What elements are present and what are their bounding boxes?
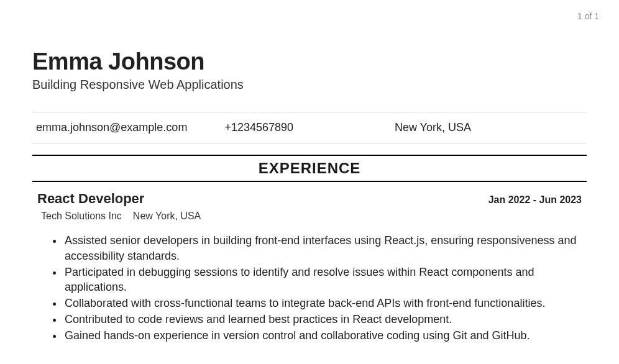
experience-entry: React Developer Jan 2022 - Jun 2023 Tech… — [32, 191, 587, 344]
person-name: Emma Johnson — [32, 48, 587, 75]
job-company: Tech Solutions Inc — [41, 211, 122, 222]
resume-content: Emma Johnson Building Responsive Web App… — [0, 0, 619, 344]
list-item: Gained hands-on experience in version co… — [63, 328, 582, 344]
job-location: New York, USA — [133, 211, 201, 222]
contact-row: emma.johnson@example.com +1234567890 New… — [32, 112, 587, 143]
job-bullets: Assisted senior developers in building f… — [37, 233, 582, 344]
tagline: Building Responsive Web Applications — [32, 78, 587, 92]
job-subheader: Tech Solutions Inc New York, USA — [41, 211, 582, 222]
contact-email: emma.johnson@example.com — [36, 121, 187, 134]
job-header: React Developer Jan 2022 - Jun 2023 — [37, 191, 582, 207]
contact-phone: +1234567890 — [224, 121, 293, 134]
page-indicator: 1 of 1 — [577, 11, 599, 21]
section-heading-wrap: EXPERIENCE — [32, 155, 587, 182]
list-item: Assisted senior developers in building f… — [63, 233, 582, 264]
list-item: Participated in debugging sessions to id… — [63, 265, 582, 296]
list-item: Collaborated with cross-functional teams… — [63, 296, 582, 311]
job-dates: Jan 2022 - Jun 2023 — [488, 194, 582, 206]
experience-heading: EXPERIENCE — [32, 160, 587, 177]
list-item: Contributed to code reviews and learned … — [63, 312, 582, 327]
job-title: React Developer — [37, 191, 144, 207]
contact-location: New York, USA — [395, 121, 471, 134]
